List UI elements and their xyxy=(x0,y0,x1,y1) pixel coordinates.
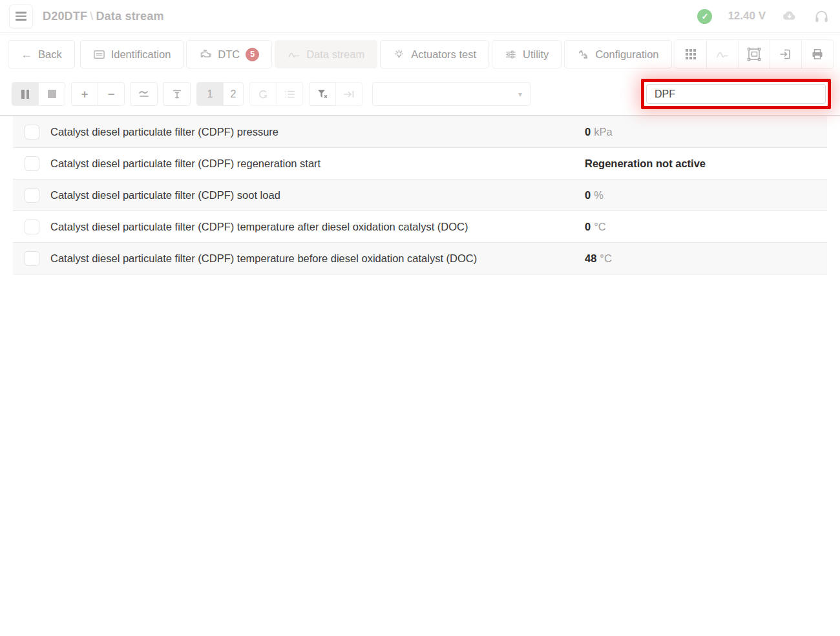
export-document-icon xyxy=(779,47,793,61)
graph-view-button xyxy=(706,39,739,69)
text-height-icon xyxy=(172,89,182,99)
list-button xyxy=(276,82,303,106)
identification-icon xyxy=(93,48,105,61)
stop-icon xyxy=(48,90,56,98)
graph-curve-icon xyxy=(715,47,730,61)
sliders-icon xyxy=(505,48,517,61)
graph-mode-button[interactable] xyxy=(131,82,158,106)
search-input[interactable] xyxy=(646,84,826,104)
back-arrow-icon: ← xyxy=(21,48,32,60)
page-group: 1 2 xyxy=(196,82,244,106)
table-row: Catalyst diesel particulate filter (CDPF… xyxy=(13,148,827,180)
back-label: Back xyxy=(38,48,62,61)
row-checkbox[interactable] xyxy=(25,220,39,234)
table-row: Catalyst diesel particulate filter (CDPF… xyxy=(13,243,827,274)
tab-actuators-test[interactable]: Actuators test xyxy=(380,40,489,68)
reset-values-button xyxy=(249,82,277,106)
filter-clear-icon xyxy=(317,88,328,99)
topbar-status-area: ✓ 12.40 V xyxy=(697,8,830,25)
clear-filter-button[interactable] xyxy=(309,82,336,106)
view-tools-group xyxy=(675,39,834,69)
data-table: Catalyst diesel particulate filter (CDPF… xyxy=(13,116,827,274)
fit-group xyxy=(163,82,191,106)
headphones-icon[interactable] xyxy=(814,8,830,25)
tab-configuration-label: Configuration xyxy=(595,48,658,61)
list-icon xyxy=(284,90,295,99)
stream-toolbar: + − 1 2 xyxy=(0,73,840,116)
parameter-value: 0kPa xyxy=(585,126,613,138)
table-row: Catalyst diesel particulate filter (CDPF… xyxy=(13,180,827,211)
table-row: Catalyst diesel particulate filter (CDPF… xyxy=(13,116,827,148)
parameter-label: Catalyst diesel particulate filter (CDPF… xyxy=(50,221,585,233)
back-button[interactable]: ← Back xyxy=(8,40,75,68)
chart-curve-icon xyxy=(288,48,300,61)
tab-utility[interactable]: Utility xyxy=(492,40,562,68)
parameter-label: Catalyst diesel particulate filter (CDPF… xyxy=(50,252,585,265)
top-bar: D20DTF\Data stream ✓ 12.40 V xyxy=(0,0,840,33)
pause-button[interactable] xyxy=(12,82,39,106)
tab-bar: ← Back Identification DTC 5 Data stream … xyxy=(0,33,840,73)
skip-arrow-icon xyxy=(343,90,355,99)
tab-identification[interactable]: Identification xyxy=(80,40,184,68)
tab-actuators-test-label: Actuators test xyxy=(411,48,476,61)
tab-identification-label: Identification xyxy=(111,48,171,61)
parameter-label: Catalyst diesel particulate filter (CDPF… xyxy=(50,189,585,201)
parameter-unit: % xyxy=(594,189,604,201)
plus-icon: + xyxy=(81,88,89,100)
parameter-unit: °C xyxy=(600,252,612,264)
next-page-button xyxy=(335,82,362,106)
dtc-count-badge: 5 xyxy=(246,48,259,61)
grid-icon xyxy=(684,48,697,61)
page-1-button[interactable]: 1 xyxy=(196,82,224,106)
parameter-value: 0% xyxy=(585,189,604,201)
parameter-set-dropdown[interactable]: ▾ xyxy=(372,82,530,106)
parameter-unit: kPa xyxy=(594,126,612,138)
parameter-unit: °C xyxy=(594,221,606,232)
breadcrumb: D20DTF\Data stream xyxy=(43,10,164,23)
fit-height-button[interactable] xyxy=(163,82,191,106)
wave-group xyxy=(131,82,158,106)
stop-button[interactable] xyxy=(38,82,65,106)
grid-view-button[interactable] xyxy=(675,39,707,69)
wave-icon xyxy=(138,90,150,99)
annotation-highlight-box xyxy=(641,79,831,109)
parameter-value: 0°C xyxy=(585,221,606,233)
page-2-button[interactable]: 2 xyxy=(223,82,244,106)
hamburger-menu-button[interactable] xyxy=(9,5,33,28)
row-checkbox[interactable] xyxy=(25,251,39,266)
battery-voltage: 12.40 V xyxy=(728,10,766,23)
add-parameter-button[interactable]: + xyxy=(71,82,98,106)
parameter-value: Regeneration not active xyxy=(585,158,706,170)
engine-icon xyxy=(199,48,212,61)
playback-group xyxy=(12,82,65,106)
row-checkbox[interactable] xyxy=(25,156,39,171)
printer-icon xyxy=(810,47,824,61)
tab-data-stream: Data stream xyxy=(275,40,377,68)
parameter-label: Catalyst diesel particulate filter (CDPF… xyxy=(50,158,585,170)
row-checkbox[interactable] xyxy=(25,125,39,139)
tab-data-stream-label: Data stream xyxy=(306,48,364,61)
filter-group xyxy=(309,82,362,106)
breadcrumb-page: Data stream xyxy=(96,10,163,23)
tab-configuration[interactable]: Configuration xyxy=(564,40,671,68)
breadcrumb-device: D20DTF xyxy=(43,10,87,23)
bulb-icon xyxy=(393,48,405,61)
search-area xyxy=(641,79,831,109)
select-region-button[interactable] xyxy=(738,39,770,69)
row-checkbox[interactable] xyxy=(25,188,39,203)
export-log-button[interactable] xyxy=(770,39,802,69)
chevron-down-icon: ▾ xyxy=(518,90,522,99)
parameter-label: Catalyst diesel particulate filter (CDPF… xyxy=(50,126,585,138)
cloud-download-icon[interactable] xyxy=(781,8,798,25)
remove-parameter-button[interactable]: − xyxy=(98,82,125,106)
wrench-icon xyxy=(577,48,589,61)
tab-dtc[interactable]: DTC 5 xyxy=(186,40,272,68)
hamburger-icon xyxy=(16,12,26,14)
add-remove-group: + − xyxy=(71,82,125,106)
parameter-value: 48°C xyxy=(585,252,612,265)
tab-dtc-label: DTC xyxy=(218,48,240,61)
pause-icon xyxy=(21,90,29,99)
print-button[interactable] xyxy=(801,39,834,69)
reset-group xyxy=(249,82,303,106)
minus-icon: − xyxy=(108,88,115,100)
